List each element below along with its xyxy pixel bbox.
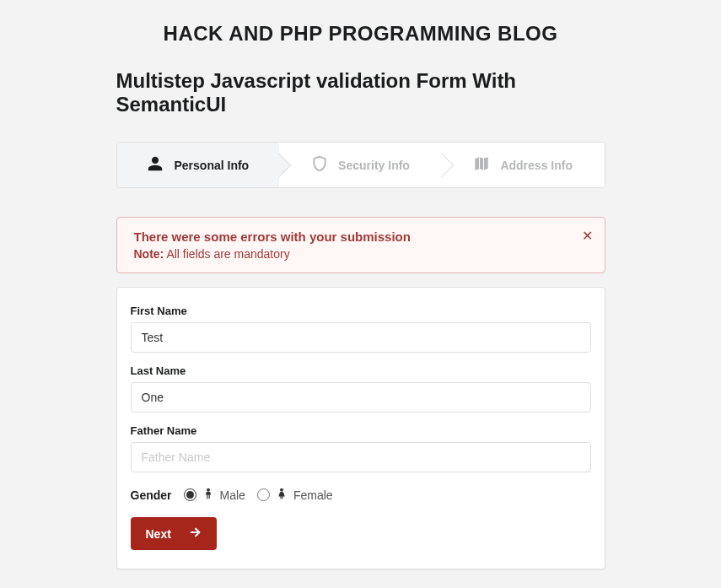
female-icon: [277, 488, 287, 502]
steps-bar: Personal Info Security Info Address Info: [116, 142, 605, 188]
next-button[interactable]: Next: [131, 517, 217, 550]
gender-row: Gender Male Female: [131, 488, 591, 502]
error-note-prefix: Note:: [134, 247, 164, 261]
father-name-input[interactable]: [131, 442, 591, 472]
site-title: HACK AND PHP PROGRAMMING BLOG: [116, 22, 605, 46]
first-name-label: First Name: [131, 305, 591, 317]
step-security-info[interactable]: Security Info: [279, 143, 442, 187]
error-title: There were some errors with your submiss…: [134, 229, 588, 244]
step-personal-info[interactable]: Personal Info: [117, 143, 280, 187]
male-icon: [203, 488, 213, 502]
father-name-label: Father Name: [131, 424, 591, 437]
step-label: Security Info: [338, 159, 410, 172]
last-name-input[interactable]: [131, 382, 591, 413]
field-father-name: Father Name: [131, 424, 591, 472]
error-note: Note: All fields are mandatory: [134, 247, 588, 261]
shield-icon: [311, 154, 328, 175]
gender-radio-female[interactable]: [257, 488, 270, 501]
field-last-name: Last Name: [131, 364, 591, 413]
gender-label: Gender: [131, 488, 172, 502]
gender-option-male[interactable]: Male: [184, 488, 245, 502]
step-address-info[interactable]: Address Info: [442, 143, 605, 187]
error-message: ✕ There were some errors with your submi…: [116, 217, 605, 273]
svg-point-1: [280, 488, 283, 492]
step-label: Personal Info: [174, 159, 249, 172]
first-name-input[interactable]: [131, 322, 591, 353]
map-icon: [473, 154, 490, 175]
error-note-text: All fields are mandatory: [164, 247, 289, 261]
svg-point-0: [207, 488, 210, 492]
page-subtitle: Multistep Javascript validation Form Wit…: [116, 69, 605, 116]
gender-male-text: Male: [220, 488, 245, 502]
gender-female-text: Female: [293, 488, 333, 502]
gender-radio-male[interactable]: [184, 488, 196, 501]
next-button-label: Next: [146, 527, 171, 541]
step-label: Address Info: [500, 159, 573, 172]
gender-option-female[interactable]: Female: [257, 488, 333, 502]
user-icon: [147, 154, 164, 175]
arrow-right-icon: [190, 526, 202, 541]
last-name-label: Last Name: [131, 364, 591, 377]
form-card: First Name Last Name Father Name Gender …: [116, 287, 605, 569]
field-first-name: First Name: [131, 305, 591, 353]
close-icon[interactable]: ✕: [582, 228, 593, 244]
